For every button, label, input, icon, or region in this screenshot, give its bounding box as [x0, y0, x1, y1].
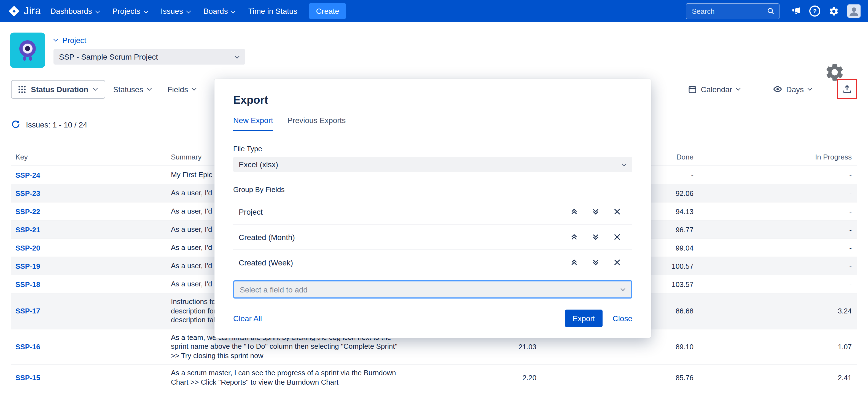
modal-tab[interactable]: Previous Exports	[287, 116, 346, 131]
navbar-menu-item-label: Boards	[204, 7, 228, 16]
top-navbar: Jira Dashboards Projects Issues Boards T…	[0, 0, 868, 22]
file-type-label: File Type	[233, 145, 632, 153]
issue-in-progress-value: -	[693, 207, 857, 215]
issue-key-link[interactable]: SSP-23	[16, 189, 40, 197]
group-field-label: Created (Month)	[239, 233, 295, 241]
issue-key-link[interactable]: SSP-16	[16, 343, 40, 351]
app-window: Jira Dashboards Projects Issues Boards T…	[0, 0, 868, 410]
navbar-menu-item-label: Projects	[113, 7, 140, 16]
issue-in-progress-value: -	[693, 226, 857, 234]
navbar-right: ?	[686, 3, 861, 19]
chevron-down-icon	[144, 9, 149, 14]
remove-field-icon[interactable]	[613, 207, 621, 216]
issue-in-progress-value: -	[693, 262, 857, 270]
calendar-label: Calendar	[701, 85, 733, 93]
issue-key-link[interactable]: SSP-20	[16, 244, 40, 252]
refresh-icon[interactable]	[11, 120, 21, 129]
group-field-row: Created (Week)	[233, 250, 632, 275]
search-icon	[767, 7, 775, 15]
chevron-down-icon	[235, 54, 240, 59]
move-to-bottom-icon[interactable]	[592, 233, 600, 241]
jira-mark-icon	[8, 5, 21, 18]
calendar-icon	[688, 85, 697, 93]
calendar-dropdown[interactable]: Calendar	[681, 85, 749, 93]
issue-key-link[interactable]: SSP-22	[16, 207, 40, 215]
navbar-menu-item[interactable]: Projects	[106, 0, 155, 22]
modal-close-link[interactable]: Close	[613, 314, 632, 323]
chevron-down-icon	[622, 162, 627, 167]
project-avatar	[10, 33, 45, 68]
issue-key-link[interactable]: SSP-21	[16, 226, 40, 234]
modal-footer: Clear All Export Close	[233, 308, 632, 328]
unit-dropdown[interactable]: Days	[765, 84, 820, 94]
modal-tab[interactable]: New Export	[233, 116, 273, 131]
jira-logo[interactable]: Jira	[8, 5, 41, 18]
issue-in-progress-value: -	[693, 280, 857, 288]
export-upload-icon	[842, 84, 852, 94]
view-selector-label: Status Duration	[31, 85, 88, 93]
add-field-placeholder: Select a field to add	[240, 285, 308, 294]
navbar-menu-item[interactable]: Dashboards	[44, 0, 106, 22]
issue-done-value: 85.76	[536, 374, 693, 382]
project-select[interactable]: SSP - Sample Scrum Project	[54, 49, 245, 64]
feedback-megaphone-icon[interactable]	[791, 6, 801, 16]
issue-in-progress-value: -	[693, 244, 857, 252]
chevron-down-icon	[621, 287, 626, 292]
move-to-top-icon[interactable]	[570, 207, 578, 216]
search-input[interactable]	[691, 6, 754, 16]
remove-field-icon[interactable]	[613, 233, 621, 241]
settings-gear-icon[interactable]	[829, 6, 839, 16]
group-field-row: Project	[233, 199, 632, 225]
search-box[interactable]	[686, 3, 779, 19]
statuses-dropdown[interactable]: Statuses	[105, 85, 160, 93]
move-to-bottom-icon[interactable]	[592, 258, 600, 266]
navbar-menu-item-label: Dashboards	[51, 7, 92, 16]
issue-hidden-col-value: 2.20	[479, 374, 536, 382]
clear-all-link[interactable]: Clear All	[233, 314, 262, 323]
add-field-select[interactable]: Select a field to add	[233, 280, 632, 298]
project-breadcrumb[interactable]: Project	[54, 36, 245, 45]
issue-key-link[interactable]: SSP-18	[16, 280, 40, 288]
navbar-menu-item-label: Time in Status	[248, 7, 298, 16]
issue-key-link[interactable]: SSP-17	[16, 307, 40, 315]
file-type-value: Excel (xlsx)	[239, 160, 278, 169]
view-selector-button[interactable]: Status Duration	[11, 80, 105, 98]
issue-in-progress-value: 3.24	[693, 307, 857, 315]
navbar-menu-item[interactable]: Issues	[155, 0, 197, 22]
modal-title: Export	[233, 94, 632, 107]
column-header-key: Key	[11, 153, 171, 161]
chevron-down-icon	[736, 87, 741, 92]
project-select-value: SSP - Sample Scrum Project	[59, 52, 158, 61]
chevron-down-icon	[192, 87, 197, 92]
user-avatar[interactable]	[847, 4, 861, 18]
issue-key-link[interactable]: SSP-15	[16, 374, 40, 382]
fields-dropdown[interactable]: Fields	[160, 85, 205, 93]
chevron-down-icon	[93, 87, 98, 92]
export-modal: Export New Export Previous Exports File …	[214, 79, 651, 338]
issue-in-progress-value: -	[693, 189, 857, 197]
chevron-down-icon	[186, 9, 191, 14]
file-type-select[interactable]: Excel (xlsx)	[233, 157, 632, 172]
issue-key-link[interactable]: SSP-19	[16, 262, 40, 270]
navbar-menu-item[interactable]: Time in Status	[242, 0, 304, 22]
create-button[interactable]: Create	[309, 3, 346, 19]
issue-in-progress-value: 2.41	[693, 374, 857, 382]
issue-hidden-col-value: 21.03	[479, 343, 536, 351]
navbar-menu-item[interactable]: Boards	[197, 0, 242, 22]
breadcrumb-label: Project	[62, 36, 86, 45]
chevron-down-icon	[54, 37, 58, 42]
group-field-label: Created (Week)	[239, 258, 293, 267]
modal-export-button[interactable]: Export	[565, 309, 602, 327]
page-settings-gear-icon[interactable]	[824, 62, 845, 83]
chevron-down-icon	[231, 9, 236, 14]
issue-key-link[interactable]: SSP-24	[16, 171, 40, 179]
remove-field-icon[interactable]	[613, 258, 621, 266]
move-to-top-icon[interactable]	[570, 258, 578, 266]
move-to-bottom-icon[interactable]	[592, 207, 600, 216]
help-icon[interactable]: ?	[809, 5, 820, 17]
statuses-label: Statuses	[113, 85, 143, 93]
group-field-row: Created (Month)	[233, 225, 632, 250]
navbar-menu: Dashboards Projects Issues Boards Time i…	[44, 0, 304, 22]
chevron-down-icon	[808, 87, 813, 92]
move-to-top-icon[interactable]	[570, 233, 578, 241]
